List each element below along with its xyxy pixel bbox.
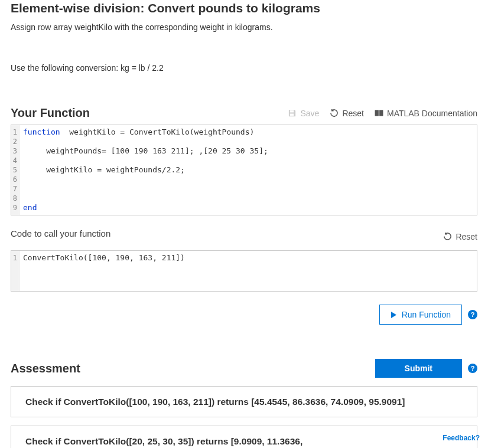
play-icon <box>391 311 397 319</box>
function-editor[interactable]: 1 2 3 4 5 6 7 8 9 function weightKilo = … <box>11 125 477 215</box>
run-function-button[interactable]: Run Function <box>379 305 462 325</box>
reset-function-button[interactable]: Reset <box>330 109 364 118</box>
reset-call-label: Reset <box>456 232 477 241</box>
problem-desc-1: Assign row array weightKilo with the cor… <box>11 21 477 34</box>
call-gutter: 1 <box>11 251 19 291</box>
function-toolbar: Save Reset MATLAB Documentation <box>288 109 477 118</box>
help-run-icon[interactable]: ? <box>468 310 477 319</box>
your-function-heading: Your Function <box>11 106 90 120</box>
feedback-link[interactable]: Feedback? <box>443 434 480 442</box>
submit-button[interactable]: Submit <box>375 359 462 378</box>
run-function-label: Run Function <box>402 310 451 319</box>
reset-function-label: Reset <box>342 109 364 118</box>
save-icon <box>288 109 297 117</box>
save-button[interactable]: Save <box>288 109 319 118</box>
reset-icon <box>330 109 339 117</box>
reset-icon <box>443 232 452 241</box>
call-code[interactable]: ConvertToKilo([100, 190, 163, 211]) <box>19 251 477 291</box>
save-label: Save <box>300 109 319 118</box>
reset-call-button[interactable]: Reset <box>443 232 477 241</box>
page-title: Element-wise division: Convert pounds to… <box>11 1 477 15</box>
book-icon <box>375 109 383 117</box>
assessment-check: Check if ConvertToKilo([20, 25, 30, 35])… <box>11 426 477 448</box>
call-function-heading: Code to call your function <box>11 228 110 238</box>
problem-desc-2: Use the following conversion: kg = lb / … <box>11 62 477 74</box>
function-gutter: 1 2 3 4 5 6 7 8 9 <box>11 125 19 215</box>
matlab-docs-label: MATLAB Documentation <box>387 109 477 118</box>
call-editor[interactable]: 1 ConvertToKilo([100, 190, 163, 211]) <box>11 250 477 292</box>
function-code[interactable]: function weightKilo = ConvertToKilo(weig… <box>19 125 477 215</box>
assessment-check: Check if ConvertToKilo([100, 190, 163, 2… <box>11 386 477 417</box>
help-submit-icon[interactable]: ? <box>468 364 477 373</box>
matlab-docs-button[interactable]: MATLAB Documentation <box>375 109 477 118</box>
assessment-heading: Assessment <box>11 362 80 375</box>
